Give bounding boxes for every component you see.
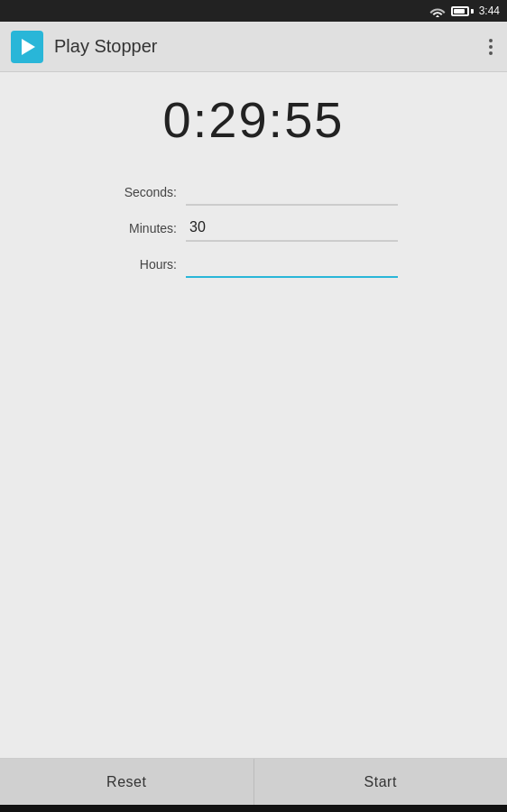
app-bar: Play Stopper (0, 22, 507, 72)
minutes-input[interactable] (186, 215, 398, 242)
status-icons: 3:44 (429, 5, 500, 17)
seconds-label: Seconds: (109, 185, 177, 199)
seconds-input[interactable] (186, 179, 398, 206)
hours-row: Hours: (109, 248, 398, 281)
app-icon (11, 31, 43, 63)
hours-label: Hours: (109, 257, 177, 272)
bottom-buttons: Reset Start (0, 758, 507, 805)
minutes-row: Minutes: (109, 212, 398, 245)
wifi-icon (429, 5, 446, 17)
overflow-dot (489, 45, 493, 49)
overflow-menu-button[interactable] (485, 35, 496, 59)
timer-display: 0:29:55 (163, 90, 345, 149)
app-title: Play Stopper (54, 36, 485, 57)
status-bar: 3:44 (0, 0, 507, 22)
reset-button[interactable]: Reset (0, 759, 254, 805)
battery-icon (451, 6, 474, 16)
play-triangle-icon (22, 39, 35, 55)
start-button[interactable]: Start (254, 759, 508, 805)
status-time: 3:44 (479, 5, 500, 17)
nav-bar (0, 805, 507, 812)
overflow-dot (489, 51, 493, 55)
hours-input[interactable] (186, 251, 398, 278)
minutes-label: Minutes: (109, 221, 177, 235)
main-content: 0:29:55 Seconds: Minutes: Hours: (0, 72, 507, 758)
timer-form: Seconds: Minutes: Hours: (109, 176, 398, 281)
overflow-dot (489, 39, 493, 42)
seconds-row: Seconds: (109, 176, 398, 208)
